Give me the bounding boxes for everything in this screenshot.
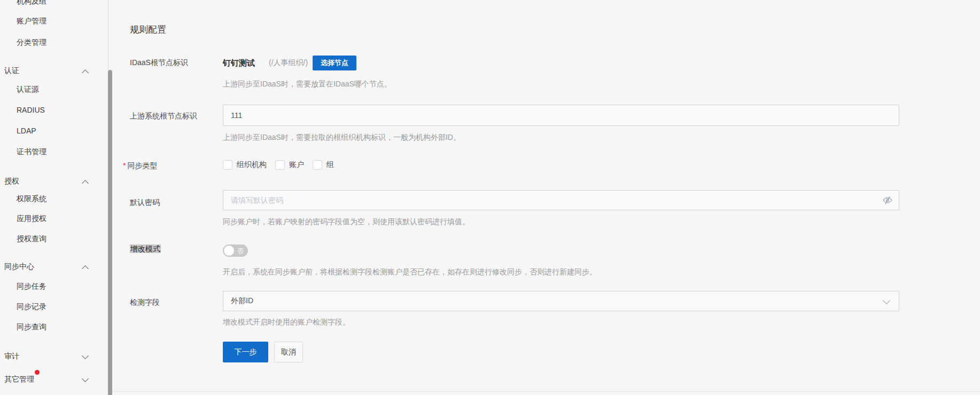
chevron-up-icon xyxy=(82,69,89,76)
label-idaas-root: IDaaS根节点标识 xyxy=(130,58,188,68)
sidebar-section-auth[interactable]: 认证 xyxy=(4,66,88,76)
form-actions: 下一步 取消 xyxy=(223,342,899,362)
sidebar-item-app-authz[interactable]: 应用授权 xyxy=(17,214,46,224)
page-title: 规则配置 xyxy=(130,23,166,36)
label-upstream-root: 上游系统根节点标识 xyxy=(130,112,197,121)
toggle-knob xyxy=(224,246,234,256)
sidebar-item-radius[interactable]: RADIUS xyxy=(17,106,45,114)
sidebar-item-certs[interactable]: 证书管理 xyxy=(17,147,46,157)
sidebar-item-ldap[interactable]: LDAP xyxy=(17,127,36,135)
chevron-down-icon xyxy=(82,375,89,382)
sidebar-section-authz[interactable]: 授权 xyxy=(4,177,88,186)
sidebar-section-sync-center[interactable]: 同步中心 xyxy=(4,262,88,272)
sidebar-section-audit[interactable]: 审计 xyxy=(4,352,88,361)
selected-node-path: (/人事组织/) xyxy=(269,58,308,68)
chevron-down-icon xyxy=(883,297,890,304)
sidebar-item-sync-records[interactable]: 同步记录 xyxy=(17,302,46,312)
help-idaas-root: 上游同步至IDaaS时，需要放置在IDaaS哪个节点。 xyxy=(223,80,392,89)
sidebar-section-other-mgmt[interactable]: 其它管理 xyxy=(4,375,88,384)
checkbox-group-group[interactable]: 组 xyxy=(313,160,334,170)
toggle-state-label: 否 xyxy=(237,247,244,256)
sidebar: 机构及组 账户管理 分类管理 认证 认证源 RADIUS LDAP 证书管理 授… xyxy=(0,0,108,395)
label-sync-type: *同步类型 xyxy=(123,161,157,171)
detect-field-control: 外部ID xyxy=(223,291,899,311)
label-default-password: 默认密码 xyxy=(130,198,160,208)
detect-field-select[interactable]: 外部ID xyxy=(223,291,899,311)
chevron-down-icon xyxy=(82,352,89,359)
sidebar-item-categories[interactable]: 分类管理 xyxy=(17,38,46,48)
checkbox-group-org[interactable]: 组织机构 xyxy=(223,160,267,170)
sidebar-item-sync-tasks[interactable]: 同步任务 xyxy=(17,282,46,291)
checkbox-icon[interactable] xyxy=(223,160,232,170)
sidebar-item-perm-system[interactable]: 权限系统 xyxy=(17,194,46,204)
main-content: 规则配置 IDaaS根节点标识 钉钉测试 (/人事组织/) 选择节点 上游同步至… xyxy=(108,0,980,395)
idaas-root-control: 钉钉测试 (/人事组织/) 选择节点 xyxy=(223,56,899,70)
chevron-up-icon xyxy=(82,265,89,272)
sidebar-item-authz-query[interactable]: 授权查询 xyxy=(17,234,46,244)
sidebar-item-auth-source[interactable]: 认证源 xyxy=(17,85,39,94)
select-value: 外部ID xyxy=(231,296,253,306)
checkbox-group-account[interactable]: 账户 xyxy=(275,160,304,170)
notification-dot xyxy=(35,370,40,375)
help-detect-field: 增改模式开启时使用的账户检测字段。 xyxy=(223,318,350,327)
sidebar-item-accounts[interactable]: 账户管理 xyxy=(17,17,46,26)
upsert-mode-control: 否 xyxy=(223,244,899,257)
upsert-mode-toggle[interactable]: 否 xyxy=(223,244,248,257)
sidebar-item-sync-query[interactable]: 同步查询 xyxy=(17,322,46,332)
app-root: 机构及组 账户管理 分类管理 认证 认证源 RADIUS LDAP 证书管理 授… xyxy=(0,0,980,395)
chevron-up-icon xyxy=(82,180,89,187)
default-password-input[interactable] xyxy=(223,190,899,210)
sidebar-item-org-group[interactable]: 机构及组 xyxy=(17,0,46,6)
required-asterisk: * xyxy=(123,161,126,170)
help-upstream-root: 上游同步至IDaaS时，需要拉取的根组织机构标识，一般为机构外部ID。 xyxy=(223,133,461,143)
eye-slash-icon[interactable] xyxy=(882,195,893,206)
default-password-control xyxy=(223,190,899,210)
sync-type-control: 组织机构 账户 组 xyxy=(223,160,899,170)
label-detect-field: 检测字段 xyxy=(130,298,160,307)
checkbox-icon[interactable] xyxy=(275,160,285,170)
next-step-button[interactable]: 下一步 xyxy=(223,342,268,362)
upstream-root-input[interactable] xyxy=(223,105,899,126)
help-default-password: 同步账户时，若账户映射的密码字段值为空，则使用该默认密码进行填值。 xyxy=(223,217,470,227)
select-node-button[interactable]: 选择节点 xyxy=(313,56,356,70)
cancel-button[interactable]: 取消 xyxy=(274,342,303,362)
help-upsert-mode: 开启后，系统在同步账户前，将根据检测字段检测账户是否已存在，如存在则进行修改同步… xyxy=(223,267,597,277)
upstream-root-control xyxy=(223,105,899,126)
bottom-divider xyxy=(112,391,980,392)
selected-node-name: 钉钉测试 xyxy=(223,58,255,68)
checkbox-icon[interactable] xyxy=(313,160,322,170)
label-upsert-mode: 增改模式 xyxy=(130,244,161,254)
